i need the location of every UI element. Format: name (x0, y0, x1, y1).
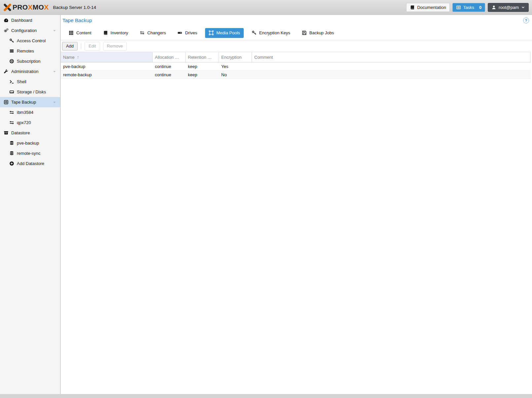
exchange-icon (9, 110, 14, 115)
dashboard-icon (3, 18, 9, 23)
gears-icon (3, 28, 9, 33)
tab-media-pools[interactable]: Media Pools (205, 28, 244, 38)
sidebar-item-label: Administration (11, 69, 38, 74)
toolbar: Add Edit Remove (61, 40, 532, 52)
sidebar-item-access-control[interactable]: Access Control (0, 36, 60, 46)
tab-backup-jobs[interactable]: Backup Jobs (298, 28, 337, 38)
caret-down-icon[interactable] (53, 70, 56, 74)
database-icon (9, 151, 14, 156)
task-list-icon (456, 5, 461, 10)
grid-icon (69, 30, 74, 35)
documentation-button[interactable]: Documentation (406, 3, 449, 12)
sidebar-item-shell[interactable]: Shell (0, 77, 60, 87)
column-header-allocation[interactable]: Allocation … (153, 52, 186, 62)
sidebar-item-label: Add Datastore (17, 161, 44, 166)
media-pools-table: Name ↑ Allocation … Retention … Encrypti… (61, 52, 531, 79)
cell-retention: keep (186, 72, 219, 77)
caret-down-icon[interactable] (53, 100, 56, 104)
proxmox-x-logo-icon (3, 3, 12, 12)
help-button[interactable]: ? (523, 17, 529, 23)
book-icon (410, 5, 415, 10)
hdd-icon (9, 89, 14, 95)
tab-label: Changers (147, 30, 166, 35)
terminal-icon (9, 79, 14, 84)
sort-asc-icon: ↑ (77, 54, 79, 60)
key-icon (9, 38, 14, 44)
tasks-button[interactable]: Tasks 0 (452, 3, 485, 12)
sidebar-item-label: ibm3584 (17, 110, 33, 115)
tab-content[interactable]: Content (65, 28, 95, 38)
cell-retention: keep (186, 64, 219, 69)
tab-inventory[interactable]: Inventory (99, 28, 132, 38)
sidebar-item-add-datastore[interactable]: Add Datastore (0, 158, 60, 169)
sidebar-item-qpx720[interactable]: qpx720 (0, 117, 60, 128)
object-group-icon (209, 30, 214, 35)
sidebar-item-dashboard[interactable]: Dashboard (0, 15, 60, 25)
sidebar-item-label: Access Control (17, 38, 46, 43)
sidebar-item-label: qpx720 (17, 120, 31, 125)
key-icon (252, 30, 257, 35)
exchange-icon (140, 30, 145, 35)
tab-drives[interactable]: Drives (174, 28, 201, 38)
book-icon (103, 30, 108, 35)
column-header-name[interactable]: Name ↑ (61, 52, 153, 62)
plus-circle-icon (9, 161, 14, 166)
sidebar-item-tape-backup[interactable]: Tape Backup (0, 97, 60, 107)
remove-button: Remove (103, 42, 127, 50)
sidebar-item-remote-sync[interactable]: remote-sync (0, 148, 60, 158)
sidebar-item-label: remote-sync (17, 151, 41, 156)
user-icon (491, 5, 496, 10)
app-header: PROXMOX Backup Server 1.0-14 Documentati… (0, 0, 532, 15)
sidebar-item-pve-backup[interactable]: pve-backup (0, 138, 60, 148)
cell-encryption: Yes (219, 64, 252, 69)
column-header-retention[interactable]: Retention … (186, 52, 219, 62)
edit-button: Edit (85, 42, 100, 50)
tab-label: Inventory (111, 30, 128, 35)
sidebar-item-label: Shell (17, 79, 26, 84)
sidebar-item-configuration[interactable]: Configuration (0, 25, 60, 36)
sidebar-item-ibm3584[interactable]: ibm3584 (0, 107, 60, 117)
user-menu-button[interactable]: root@pam (488, 3, 529, 12)
caret-down-icon[interactable] (53, 29, 56, 33)
tab-label: Backup Jobs (309, 30, 334, 35)
sidebar-item-datastore[interactable]: Datastore (0, 128, 60, 138)
sidebar-item-storage-disks[interactable]: Storage / Disks (0, 87, 60, 97)
sidebar-item-label: Remotes (17, 49, 34, 53)
tab-changers[interactable]: Changers (136, 28, 169, 38)
sidebar-item-remotes[interactable]: Remotes (0, 46, 60, 56)
tab-encryption-keys[interactable]: Encryption Keys (248, 28, 294, 38)
tasks-label: Tasks (463, 5, 474, 10)
list-rows-icon (9, 49, 14, 54)
cell-allocation: continue (153, 64, 186, 69)
drive-icon (177, 30, 182, 35)
table-row[interactable]: remote-backup continue keep No (61, 71, 531, 79)
brand-wordmark: PROXMOX (13, 3, 49, 11)
column-header-encryption[interactable]: Encryption (219, 52, 252, 62)
sidebar-item-label: Subscription (17, 59, 41, 64)
sidebar-item-subscription[interactable]: Subscription (0, 56, 60, 66)
tasks-count-badge: 0 (479, 5, 481, 10)
sidebar-item-label: Dashboard (11, 18, 32, 23)
add-button[interactable]: Add (62, 42, 78, 50)
table-row[interactable]: pve-backup continue keep Yes (61, 62, 531, 71)
cell-encryption: No (219, 72, 252, 77)
sidebar-item-label: Datastore (11, 130, 30, 135)
cell-name: pve-backup (61, 64, 153, 69)
column-header-comment[interactable]: Comment (252, 52, 531, 62)
documentation-label: Documentation (417, 5, 446, 10)
cell-name: remote-backup (61, 72, 153, 77)
page-title: Tape Backup (62, 17, 92, 23)
archive-icon (3, 130, 9, 136)
life-ring-icon (9, 59, 14, 64)
sidebar-item-label: Configuration (11, 28, 37, 33)
table-header-row: Name ↑ Allocation … Retention … Encrypti… (61, 52, 531, 62)
tab-bar: Content Inventory Changers Drives Media (61, 26, 532, 40)
main-panel: Tape Backup ? Content Inventory Changers (61, 15, 532, 394)
database-icon (9, 141, 14, 146)
sidebar-item-administration[interactable]: Administration (0, 66, 60, 77)
tab-label: Content (76, 30, 91, 35)
sidebar-item-label: Storage / Disks (17, 89, 46, 94)
sidebar-item-label: Tape Backup (11, 100, 36, 105)
wrench-icon (3, 69, 9, 74)
user-label: root@pam (499, 5, 519, 10)
